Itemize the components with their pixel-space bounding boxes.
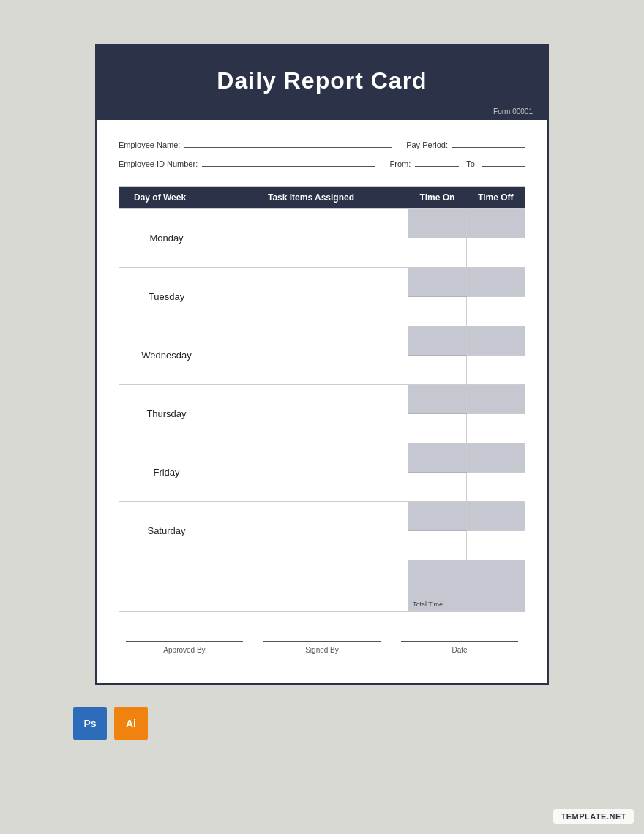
page-wrapper: Daily Report Card Form 00001 Employee Na… <box>0 0 644 770</box>
day-cell-friday: Friday <box>119 443 214 502</box>
approved-by-block: Approved By <box>126 641 243 654</box>
ai-label: Ai <box>126 718 136 729</box>
col-task-items: Task Items Assigned <box>214 187 408 209</box>
pay-period-line[interactable] <box>452 138 525 148</box>
col-time-off: Time Off <box>467 187 525 209</box>
to-label: To: <box>466 159 477 168</box>
table-row: Thursday <box>119 385 525 414</box>
task-cell[interactable] <box>214 326 408 385</box>
day-cell-thursday: Thursday <box>119 385 214 443</box>
time-on-cell[interactable] <box>408 268 467 297</box>
day-cell-tuesday: Tuesday <box>119 268 214 326</box>
approved-by-label: Approved By <box>126 646 243 654</box>
time-on-cell-sub[interactable] <box>408 473 467 502</box>
col-time-on: Time On <box>408 187 467 209</box>
fields-section: Employee Name: Pay Period: Employee ID N… <box>119 138 525 168</box>
time-off-cell[interactable] <box>467 268 525 297</box>
day-cell-saturday: Saturday <box>119 502 214 560</box>
from-line[interactable] <box>415 157 459 167</box>
form-number: Form 00001 <box>97 105 547 120</box>
bottom-icons: Ps Ai <box>73 707 148 740</box>
time-on-cell[interactable] <box>408 209 467 238</box>
time-on-cell[interactable] <box>408 443 467 473</box>
time-off-cell-sub[interactable] <box>467 414 525 443</box>
signatures-section: Approved By Signed By Date <box>119 612 525 661</box>
time-on-cell-sub[interactable] <box>408 414 467 443</box>
table-row: Monday <box>119 209 525 238</box>
total-time-label: Total Time <box>413 601 443 608</box>
title-bar: Daily Report Card <box>97 54 547 105</box>
from-label: From: <box>390 159 411 168</box>
card-title: Daily Report Card <box>111 67 533 94</box>
time-on-cell-sub[interactable] <box>408 531 467 560</box>
header-top-bar <box>97 45 547 54</box>
time-off-cell[interactable] <box>467 385 525 414</box>
employee-id-label: Employee ID Number: <box>119 159 198 168</box>
time-on-cell[interactable] <box>408 502 467 531</box>
report-card: Daily Report Card Form 00001 Employee Na… <box>95 44 549 685</box>
time-off-cell-sub[interactable] <box>467 531 525 560</box>
signed-by-label: Signed By <box>263 646 381 654</box>
to-line[interactable] <box>482 157 525 167</box>
time-on-cell-sub[interactable] <box>408 356 467 385</box>
time-off-cell-sub[interactable] <box>467 238 525 268</box>
time-off-cell-sub[interactable] <box>467 356 525 385</box>
time-on-cell-sub[interactable] <box>408 238 467 268</box>
col-day-of-week: Day of Week <box>119 187 214 209</box>
task-cell[interactable] <box>214 209 408 268</box>
approved-by-line <box>126 641 243 642</box>
time-off-cell[interactable] <box>467 209 525 238</box>
time-on-cell-sub[interactable] <box>408 297 467 326</box>
illustrator-icon: Ai <box>114 707 148 740</box>
task-cell[interactable] <box>214 502 408 560</box>
signed-by-block: Signed By <box>263 641 381 654</box>
day-cell-monday: Monday <box>119 209 214 268</box>
table-row: Friday <box>119 443 525 473</box>
photoshop-icon: Ps <box>73 707 107 740</box>
time-on-cell[interactable] <box>408 326 467 356</box>
task-cell[interactable] <box>214 268 408 326</box>
signed-by-line <box>263 641 381 642</box>
employee-name-row: Employee Name: Pay Period: <box>119 138 525 149</box>
report-table: Day of Week Task Items Assigned Time On … <box>119 186 525 612</box>
table-row: Wednesday <box>119 326 525 356</box>
time-off-cell[interactable] <box>467 443 525 473</box>
table-row: Saturday <box>119 502 525 531</box>
time-on-cell[interactable] <box>408 385 467 414</box>
time-off-cell[interactable] <box>467 502 525 531</box>
task-cell[interactable] <box>214 385 408 443</box>
time-off-cell-sub[interactable] <box>467 473 525 502</box>
time-off-cell[interactable] <box>467 326 525 356</box>
table-header-row: Day of Week Task Items Assigned Time On … <box>119 187 525 209</box>
employee-name-line[interactable] <box>184 138 392 148</box>
employee-name-label: Employee Name: <box>119 140 180 149</box>
date-line <box>401 641 518 642</box>
employee-id-row: Employee ID Number: From: To: <box>119 157 525 168</box>
date-block: Date <box>401 641 518 654</box>
task-cell[interactable] <box>214 443 408 502</box>
template-badge: TEMPLATE.NET <box>553 809 634 824</box>
time-off-cell-sub[interactable] <box>467 297 525 326</box>
day-cell-wednesday: Wednesday <box>119 326 214 385</box>
ps-label: Ps <box>83 718 96 729</box>
table-row: Tuesday <box>119 268 525 297</box>
date-label: Date <box>401 646 518 654</box>
card-body: Employee Name: Pay Period: Employee ID N… <box>97 120 547 683</box>
pay-period-label: Pay Period: <box>406 140 448 149</box>
total-row-1 <box>119 560 525 582</box>
employee-id-line[interactable] <box>202 157 375 167</box>
